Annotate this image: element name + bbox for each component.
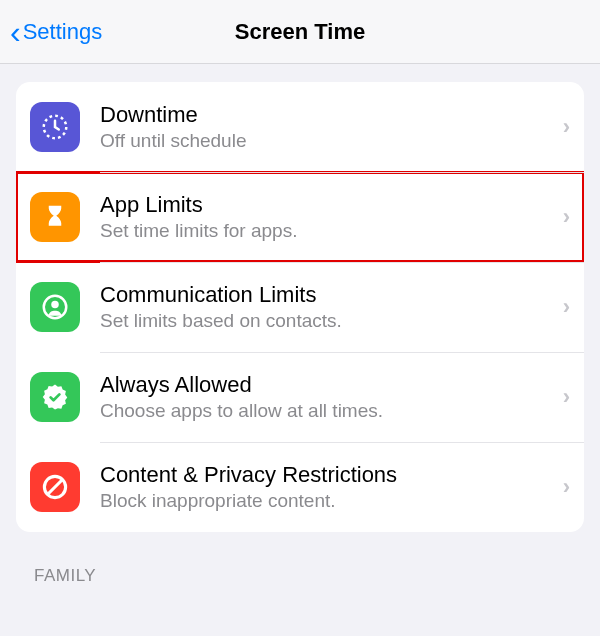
chevron-right-icon: ›	[555, 114, 570, 140]
row-subtitle: Set limits based on contacts.	[100, 310, 555, 332]
nav-bar: ‹ Settings Screen Time	[0, 0, 600, 64]
section-header-family: FAMILY	[34, 566, 600, 586]
downtime-icon	[30, 102, 80, 152]
row-app-limits[interactable]: App Limits Set time limits for apps. ›	[16, 172, 584, 262]
chevron-right-icon: ›	[555, 384, 570, 410]
row-text: Communication Limits Set limits based on…	[100, 282, 555, 332]
row-subtitle: Block inappropriate content.	[100, 490, 555, 512]
row-text: Always Allowed Choose apps to allow at a…	[100, 372, 555, 422]
row-title: Content & Privacy Restrictions	[100, 462, 555, 488]
row-subtitle: Off until schedule	[100, 130, 555, 152]
chevron-right-icon: ›	[555, 474, 570, 500]
back-button[interactable]: ‹ Settings	[0, 16, 102, 48]
row-downtime[interactable]: Downtime Off until schedule ›	[16, 82, 584, 172]
row-title: App Limits	[100, 192, 555, 218]
chevron-left-icon: ‹	[10, 16, 21, 48]
row-subtitle: Choose apps to allow at all times.	[100, 400, 555, 422]
no-sign-icon	[30, 462, 80, 512]
svg-point-2	[51, 301, 59, 309]
hourglass-icon	[30, 192, 80, 242]
row-text: Downtime Off until schedule	[100, 102, 555, 152]
contact-icon	[30, 282, 80, 332]
row-text: Content & Privacy Restrictions Block ina…	[100, 462, 555, 512]
chevron-right-icon: ›	[555, 204, 570, 230]
row-always-allowed[interactable]: Always Allowed Choose apps to allow at a…	[16, 352, 584, 442]
row-title: Downtime	[100, 102, 555, 128]
row-title: Always Allowed	[100, 372, 555, 398]
settings-group: Downtime Off until schedule › App Limits…	[16, 82, 584, 532]
row-subtitle: Set time limits for apps.	[100, 220, 555, 242]
svg-line-4	[48, 480, 63, 495]
row-text: App Limits Set time limits for apps.	[100, 192, 555, 242]
chevron-right-icon: ›	[555, 294, 570, 320]
row-title: Communication Limits	[100, 282, 555, 308]
back-label: Settings	[23, 19, 103, 45]
row-content-privacy[interactable]: Content & Privacy Restrictions Block ina…	[16, 442, 584, 532]
check-badge-icon	[30, 372, 80, 422]
row-communication-limits[interactable]: Communication Limits Set limits based on…	[16, 262, 584, 352]
